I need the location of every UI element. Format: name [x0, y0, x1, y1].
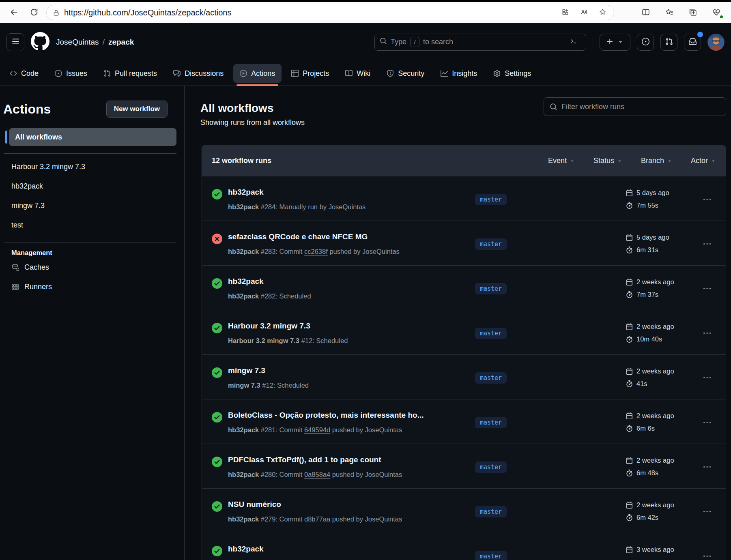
collections-button[interactable] [684, 4, 702, 21]
branch-badge[interactable]: master [475, 283, 507, 294]
run-menu-button[interactable] [703, 374, 711, 383]
run-menu-button[interactable] [703, 463, 711, 472]
favorites-button[interactable] [660, 4, 678, 21]
calendar-icon [626, 457, 633, 464]
run-title-link[interactable]: NSU numérico [228, 499, 460, 510]
search-icon [380, 37, 387, 47]
check-circle-icon [212, 278, 228, 289]
search-divider [562, 38, 562, 47]
run-title-link[interactable]: PDFClass TxtToPdf(), add 1 to page count [228, 455, 460, 465]
run-menu-button[interactable] [703, 553, 711, 560]
filter-status-dropdown[interactable]: Status [593, 157, 622, 165]
tab-discussions[interactable]: Discussions [167, 64, 230, 83]
avatar[interactable] [707, 34, 725, 51]
sidebar-workflow-hb32pack[interactable]: hb32pack [3, 176, 184, 196]
new-workflow-button[interactable]: New workflow [106, 101, 168, 118]
apps-button[interactable] [558, 6, 572, 19]
workflow-run-row: mingw 7.3 mingw 7.3 #12: Scheduled maste… [202, 354, 726, 399]
run-duration: 6m 42s [626, 512, 697, 523]
run-menu-button[interactable] [703, 508, 711, 517]
global-menu-button[interactable] [6, 33, 24, 51]
filter-workflow-runs-input[interactable] [561, 103, 720, 111]
tab-wiki[interactable]: Wiki [339, 64, 377, 83]
sidebar-item-caches[interactable]: Caches [3, 257, 184, 277]
run-description: hb32pack #280: Commit 0a858a4 pushed by … [228, 470, 460, 479]
tab-pull-requests[interactable]: Pull requests [97, 64, 163, 83]
run-duration: 6m 6s [626, 423, 697, 433]
kebab-icon [703, 463, 711, 472]
url-text[interactable]: https://github.com/JoseQuintas/zepack/ac… [64, 8, 554, 17]
run-title-link[interactable]: hb32pack [228, 544, 460, 554]
commit-link[interactable]: cc2638f [304, 248, 328, 255]
run-menu-button[interactable] [703, 285, 711, 294]
command-palette-button[interactable] [566, 35, 581, 49]
check-circle-icon [212, 457, 228, 467]
branch-badge[interactable]: master [475, 551, 507, 560]
filter-event-dropdown[interactable]: Event [548, 157, 575, 165]
run-menu-button[interactable] [703, 196, 711, 204]
breadcrumb-separator: / [103, 38, 105, 47]
sidebar-item-runners[interactable]: Runners [3, 277, 184, 296]
run-menu-button[interactable] [703, 330, 711, 338]
tab-issues[interactable]: Issues [48, 64, 94, 83]
github-logo[interactable] [31, 32, 49, 52]
tab-code[interactable]: Code [3, 64, 45, 83]
browser-essentials-button[interactable] [707, 4, 725, 21]
run-title-link[interactable]: mingw 7.3 [228, 365, 460, 376]
tab-security[interactable]: Security [380, 64, 431, 83]
filter-label: Status [593, 157, 614, 165]
terminal-icon [570, 38, 577, 46]
tab-projects[interactable]: Projects [285, 64, 335, 83]
run-title-link[interactable]: sefazclass QRCode e chave NFCE MG [228, 232, 460, 242]
branch-badge[interactable]: master [475, 417, 507, 428]
breadcrumb-owner[interactable]: JoseQuintas [56, 38, 99, 47]
tab-insights[interactable]: Insights [434, 64, 484, 83]
commit-link[interactable]: 649594d [304, 426, 330, 433]
filter-label: Actor [691, 157, 708, 165]
browser-back-button[interactable] [6, 4, 22, 21]
run-title-link[interactable]: hb32pack [228, 187, 460, 197]
filter-branch-dropdown[interactable]: Branch [641, 157, 672, 165]
breadcrumb-repo[interactable]: zepack [108, 38, 134, 47]
branch-badge[interactable]: master [475, 461, 507, 473]
run-description: hb32pack #279: Commit d8b77aa pushed by … [228, 515, 460, 524]
filter-actor-dropdown[interactable]: Actor [691, 157, 716, 165]
run-title-link[interactable]: Harbour 3.2 mingw 7.3 [228, 321, 460, 331]
commit-link[interactable]: 0a858a4 [304, 471, 330, 478]
tab-settings[interactable]: Settings [487, 64, 538, 83]
run-duration: 41s [626, 378, 697, 389]
check-circle-icon [212, 501, 228, 512]
branch-badge[interactable]: master [475, 372, 507, 384]
sidebar-workflow-test[interactable]: test [3, 215, 184, 235]
workflow-run-row: hb32pack master 3 weeks ago [202, 533, 726, 560]
address-bar[interactable]: https://github.com/JoseQuintas/zepack/ac… [46, 5, 614, 20]
create-new-button[interactable] [600, 34, 630, 51]
run-date: 5 days ago [626, 187, 697, 198]
shield-icon [387, 70, 394, 77]
run-title-link[interactable]: hb32pack [228, 276, 460, 287]
branch-badge[interactable]: master [475, 194, 507, 205]
split-screen-button[interactable] [637, 4, 655, 21]
stopwatch-icon [626, 202, 633, 209]
stopwatch-icon [626, 336, 633, 343]
run-description: hb32pack #282: Scheduled [228, 292, 460, 300]
global-issues-button[interactable] [637, 34, 654, 51]
browser-refresh-button[interactable] [26, 4, 42, 21]
sidebar-item-all-workflows[interactable]: All workflows [9, 128, 176, 146]
run-title-link[interactable]: BoletoClass - Opção protesto, mais inter… [228, 410, 460, 421]
read-aloud-button[interactable] [576, 6, 591, 19]
add-favorite-button[interactable] [595, 6, 610, 19]
run-menu-button[interactable] [703, 419, 711, 427]
branch-badge[interactable]: master [475, 238, 507, 250]
sidebar-workflow-mingw-7-3[interactable]: mingw 7.3 [3, 196, 184, 215]
global-search-input[interactable]: Type / to search [374, 34, 586, 51]
tab-label: Issues [66, 69, 87, 78]
branch-badge[interactable]: master [475, 328, 507, 339]
run-menu-button[interactable] [703, 240, 711, 249]
branch-badge[interactable]: master [475, 506, 507, 517]
tab-actions[interactable]: Actions [233, 64, 282, 83]
calendar-icon [626, 546, 633, 553]
global-pull-requests-button[interactable] [660, 34, 677, 51]
sidebar-workflow-harbour-3-2-mingw-7-3[interactable]: Harbour 3.2 mingw 7.3 [3, 157, 184, 176]
commit-link[interactable]: d8b77aa [304, 515, 330, 523]
